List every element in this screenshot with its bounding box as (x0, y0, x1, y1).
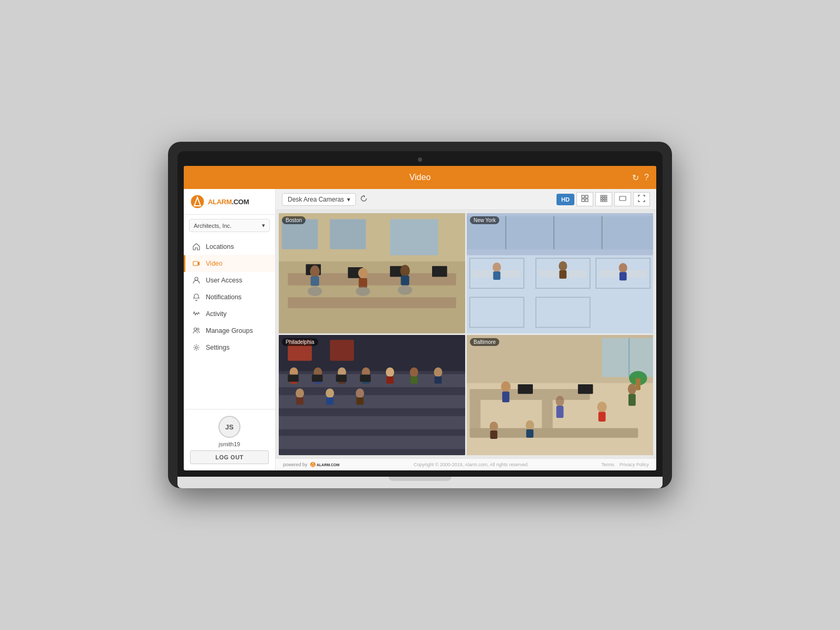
svg-point-115 (490, 422, 498, 431)
privacy-link[interactable]: Privacy Policy (620, 462, 649, 467)
svg-rect-90 (356, 397, 364, 405)
svg-rect-88 (326, 397, 333, 405)
svg-rect-107 (556, 406, 564, 418)
svg-point-87 (326, 388, 334, 398)
svg-rect-39 (401, 276, 409, 285)
grid4-view-button[interactable] (576, 192, 593, 206)
user-icon (192, 276, 201, 285)
svg-rect-16 (603, 198, 605, 200)
camera-group-selector[interactable]: Desk Area Cameras ▾ (282, 193, 356, 206)
camera-philadelphia[interactable]: Philadelphia (279, 335, 465, 455)
fullscreen-button[interactable] (633, 192, 650, 206)
svg-rect-62 (620, 272, 627, 280)
svg-rect-111 (628, 394, 636, 406)
main-content: Desk Area Cameras ▾ (276, 189, 656, 470)
single-view-button[interactable] (614, 192, 631, 206)
hd-view-button[interactable]: HD (556, 194, 574, 205)
svg-point-79 (386, 368, 394, 377)
svg-point-42 (398, 285, 412, 295)
svg-rect-18 (601, 200, 602, 202)
svg-rect-60 (559, 270, 566, 279)
svg-rect-93 (336, 375, 347, 382)
baltimore-feed (467, 335, 653, 455)
svg-rect-113 (578, 384, 593, 394)
settings-label: Settings (206, 344, 229, 351)
selector-chevron-icon: ▾ (347, 196, 350, 203)
svg-rect-10 (582, 199, 584, 202)
svg-rect-17 (605, 198, 607, 200)
org-name: Architects, Inc. (194, 223, 232, 229)
sidebar-item-locations[interactable]: Locations (184, 238, 275, 255)
svg-rect-20 (605, 200, 607, 202)
boston-label: Boston (282, 216, 306, 224)
footer-powered-by: powered by (283, 462, 308, 467)
refresh-icon (360, 195, 368, 202)
gear-icon (192, 343, 201, 352)
svg-rect-82 (411, 376, 418, 384)
grid4-icon (581, 195, 589, 202)
sidebar: ALARM.COM Architects, Inc. ▾ (184, 189, 276, 470)
org-selector[interactable]: Architects, Inc. ▾ (189, 219, 270, 232)
philly-feed (279, 335, 465, 455)
svg-rect-84 (435, 376, 442, 384)
svg-point-110 (628, 384, 636, 395)
grid9-view-button[interactable] (595, 192, 612, 206)
svg-point-5 (194, 328, 197, 331)
svg-rect-91 (288, 375, 299, 382)
svg-point-81 (410, 368, 418, 377)
app-footer: powered by ALARM.COM Copyright © 2000-20… (276, 458, 656, 470)
footer-logo-icon: ALARM.COM (310, 461, 341, 468)
page-title: Video (410, 173, 431, 182)
username-label: jsmith19 (219, 441, 240, 447)
sidebar-item-user-access[interactable]: User Access (184, 272, 275, 289)
terms-link[interactable]: Terms (601, 462, 614, 467)
sidebar-item-manage-groups[interactable]: Manage Groups (184, 322, 275, 339)
svg-rect-70 (279, 436, 465, 449)
svg-point-34 (310, 266, 320, 278)
notifications-label: Notifications (206, 293, 242, 301)
svg-point-4 (195, 277, 198, 280)
svg-point-38 (400, 265, 410, 277)
camera-baltimore[interactable]: Baltimore (467, 335, 653, 455)
svg-point-89 (356, 388, 364, 398)
svg-rect-14 (605, 195, 607, 197)
svg-point-83 (434, 368, 442, 377)
camera-refresh-button[interactable] (360, 195, 368, 204)
app-body: ALARM.COM Architects, Inc. ▾ (184, 189, 656, 470)
svg-point-6 (197, 328, 199, 330)
toolbar-right: HD (556, 192, 650, 206)
sidebar-item-video[interactable]: Video (184, 255, 275, 272)
svg-point-108 (597, 402, 606, 413)
logout-button[interactable]: LOG OUT (190, 450, 269, 464)
svg-rect-33 (432, 266, 447, 277)
svg-rect-19 (603, 200, 605, 202)
logo-area: ALARM.COM (184, 189, 275, 215)
avatar-initials: JS (225, 423, 234, 431)
sidebar-item-settings[interactable]: Settings (184, 339, 275, 356)
svg-point-41 (356, 287, 370, 296)
svg-rect-2 (193, 261, 198, 266)
sidebar-item-activity[interactable]: Activity (184, 306, 275, 322)
newyork-feed (467, 213, 653, 333)
svg-rect-97 (602, 338, 653, 377)
chevron-down-icon: ▾ (262, 222, 265, 229)
svg-point-85 (296, 388, 304, 398)
activity-label: Activity (206, 310, 227, 318)
help-button[interactable]: ? (644, 173, 649, 182)
svg-point-36 (358, 268, 368, 279)
laptop-base (177, 477, 663, 488)
camera-boston[interactable]: Boston (279, 213, 465, 333)
svg-rect-86 (296, 397, 303, 405)
svg-point-59 (559, 261, 567, 271)
refresh-button[interactable]: ↻ (632, 173, 639, 183)
svg-rect-26 (330, 219, 366, 249)
sidebar-item-notifications[interactable]: Notifications (184, 289, 275, 306)
screen: Video ↻ ? (184, 166, 656, 470)
newyork-label: New York (470, 216, 499, 224)
svg-rect-68 (279, 395, 465, 408)
app-container: Video ↻ ? (184, 166, 656, 470)
video-icon (192, 259, 201, 268)
svg-rect-21 (620, 196, 626, 201)
camera-newyork[interactable]: New York (467, 213, 653, 333)
svg-rect-58 (493, 271, 500, 280)
